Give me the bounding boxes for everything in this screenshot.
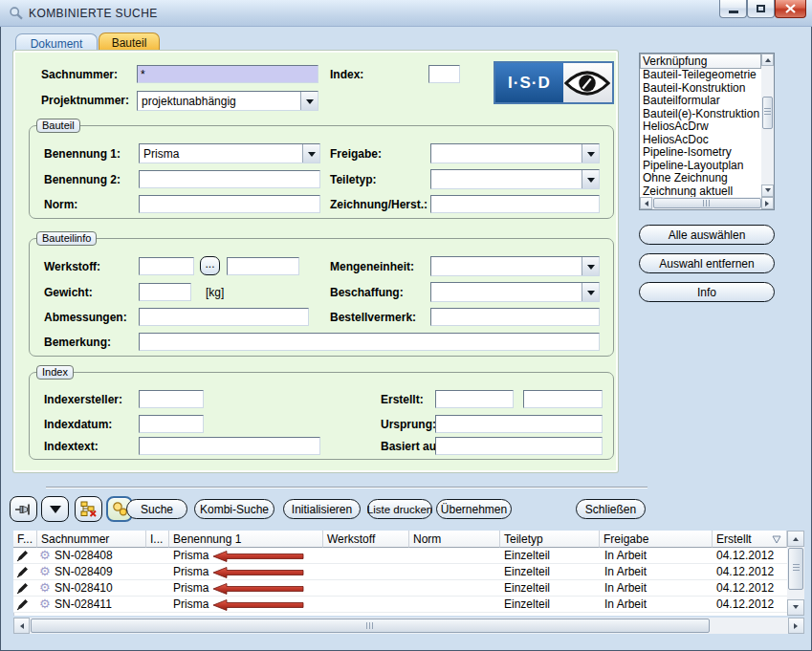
- column-header-freigabe[interactable]: Freigabe: [600, 531, 713, 548]
- scroll-thumb[interactable]: [31, 618, 710, 633]
- scroll-left-button[interactable]: [13, 618, 30, 634]
- remove-selection-button[interactable]: Auswahl entfernen: [639, 253, 775, 273]
- projektnummer-combobox[interactable]: projektunabhängig: [137, 91, 318, 111]
- link-list-header[interactable]: Verknüpfung: [640, 54, 761, 69]
- scroll-thumb[interactable]: [762, 97, 773, 129]
- freigabe-combobox[interactable]: [430, 143, 600, 163]
- indexdatum-input[interactable]: [139, 415, 204, 433]
- basiert-auf-input[interactable]: [435, 437, 603, 455]
- schliessen-button[interactable]: Schließen: [576, 499, 646, 519]
- zeichnung-herst-label: Zeichnung/Herst.:: [330, 198, 428, 211]
- column-header-werkstoff[interactable]: Werkstoff: [323, 531, 409, 548]
- werkstoff-input-2[interactable]: [227, 257, 299, 275]
- scroll-up-button[interactable]: [787, 531, 804, 547]
- gewicht-input[interactable]: [139, 283, 191, 301]
- indextext-input[interactable]: [139, 437, 320, 455]
- link-listbox[interactable]: Verknüpfung Bauteil-Teilegeometrie Baute…: [639, 53, 775, 210]
- norm-input[interactable]: [139, 195, 320, 213]
- isd-logo: I·S·D: [494, 61, 614, 104]
- mengeneinheit-combobox[interactable]: [430, 256, 600, 276]
- kombi-suche-button[interactable]: Kombi-Suche: [194, 499, 274, 519]
- zeichnung-herst-input[interactable]: [430, 195, 600, 213]
- pin-icon: [15, 503, 32, 516]
- scroll-down-button[interactable]: [787, 599, 804, 616]
- list-item[interactable]: Bauteil(e)-Konstruktion: [640, 108, 761, 121]
- werkstoff-input[interactable]: [139, 257, 194, 275]
- minimize-button[interactable]: [719, 0, 747, 18]
- title-bar[interactable]: KOMBINIERTE SUCHE: [0, 0, 812, 27]
- scroll-left-button[interactable]: [640, 197, 652, 209]
- cell-erstellt: 04.12.2012: [716, 549, 774, 562]
- column-header-benennung1[interactable]: Benennung 1: [169, 531, 323, 548]
- uebernehmen-button[interactable]: Übernehmen: [436, 499, 512, 519]
- index-label: Index:: [330, 68, 363, 81]
- scroll-down-button[interactable]: [761, 184, 774, 197]
- structure-list-button[interactable]: [75, 496, 102, 522]
- part-gear-icon: ⚙: [39, 548, 51, 562]
- scroll-thumb[interactable]: [653, 198, 761, 208]
- list-horizontal-scrollbar[interactable]: [640, 197, 774, 209]
- bemerkung-input[interactable]: [139, 333, 600, 351]
- benennung1-combobox[interactable]: Prisma: [139, 143, 320, 163]
- cell-teiletyp: Einzelteil: [504, 565, 550, 578]
- scroll-right-button[interactable]: [761, 197, 774, 209]
- benennung2-input[interactable]: [139, 170, 320, 188]
- list-item[interactable]: Pipeline-Isometry: [640, 146, 761, 160]
- list-item[interactable]: HeliosAcDoc: [640, 134, 761, 147]
- initialisieren-button[interactable]: Initialisieren: [283, 499, 361, 519]
- scroll-thumb[interactable]: [788, 548, 803, 590]
- bestellvermerk-input[interactable]: [430, 308, 600, 326]
- liste-drucken-button[interactable]: Liste drucken: [367, 499, 432, 519]
- table-horizontal-scrollbar[interactable]: [13, 618, 804, 634]
- chevron-down-icon[interactable]: [582, 144, 599, 163]
- chevron-down-icon[interactable]: [582, 170, 599, 188]
- scroll-right-button[interactable]: [788, 618, 804, 634]
- table-vertical-scrollbar[interactable]: [787, 531, 804, 616]
- sachnummer-input[interactable]: [137, 65, 318, 83]
- scroll-up-button[interactable]: [761, 54, 774, 66]
- list-item[interactable]: Zeichnung aktuell: [640, 185, 761, 198]
- sort-filter-icon[interactable]: [772, 535, 781, 544]
- column-header-sachnummer[interactable]: Sachnummer: [37, 531, 146, 548]
- pin-toggle-button[interactable]: [10, 496, 37, 522]
- list-vertical-scrollbar[interactable]: [761, 54, 774, 197]
- tab-bauteil[interactable]: Bauteil: [99, 33, 160, 52]
- table-row[interactable]: ⚙ SN-028408 Prisma Einzelteil In Arbeit …: [13, 548, 787, 564]
- werkstoff-browse-button[interactable]: ...: [200, 256, 220, 275]
- expand-results-button[interactable]: [41, 496, 69, 522]
- part-gear-icon: ⚙: [39, 580, 51, 595]
- chevron-down-icon[interactable]: [302, 144, 319, 163]
- list-item[interactable]: Bauteil-Konstruktion: [640, 82, 761, 96]
- chevron-down-icon[interactable]: [582, 257, 599, 275]
- table-row[interactable]: ⚙ SN-028411 Prisma Einzelteil In Arbeit …: [13, 597, 787, 613]
- table-row[interactable]: ⚙ SN-028409 Prisma Einzelteil In Arbeit …: [13, 564, 787, 580]
- maximize-button[interactable]: [747, 0, 775, 18]
- teiletyp-combobox[interactable]: [430, 169, 600, 189]
- table-row[interactable]: ⚙ SN-028410 Prisma Einzelteil In Arbeit …: [13, 580, 787, 597]
- erstellt-input-1[interactable]: [435, 390, 514, 408]
- info-button[interactable]: Info: [639, 282, 775, 302]
- beschaffung-combobox[interactable]: [430, 282, 600, 302]
- column-header-freigegeben[interactable]: F...: [13, 531, 37, 548]
- abmessungen-input[interactable]: [139, 308, 309, 326]
- list-item[interactable]: Bauteilformular: [640, 95, 761, 108]
- column-header-index[interactable]: I...: [146, 531, 169, 548]
- chevron-down-icon[interactable]: [300, 92, 318, 110]
- column-header-teiletyp[interactable]: Teiletyp: [500, 531, 600, 548]
- index-input[interactable]: [428, 65, 460, 83]
- cell-freigabe: In Arbeit: [604, 565, 647, 578]
- tab-dokument[interactable]: Dokument: [15, 33, 98, 52]
- list-item[interactable]: Pipeline-Layoutplan: [640, 160, 761, 173]
- column-header-norm[interactable]: Norm: [409, 531, 500, 548]
- column-header-erstellt[interactable]: Erstellt: [713, 531, 787, 548]
- indexersteller-input[interactable]: [139, 390, 204, 408]
- chevron-down-icon[interactable]: [582, 283, 599, 301]
- list-item[interactable]: HeliosAcDrw: [640, 120, 761, 134]
- suche-button[interactable]: Suche: [126, 499, 187, 519]
- close-button[interactable]: [775, 0, 806, 18]
- select-all-button[interactable]: Alle auswählen: [639, 225, 775, 245]
- list-item[interactable]: Bauteil-Teilegeometrie: [640, 69, 761, 82]
- erstellt-input-2[interactable]: [523, 390, 603, 408]
- list-item[interactable]: Ohne Zeichnung: [640, 172, 761, 185]
- ursprung-input[interactable]: [435, 415, 603, 433]
